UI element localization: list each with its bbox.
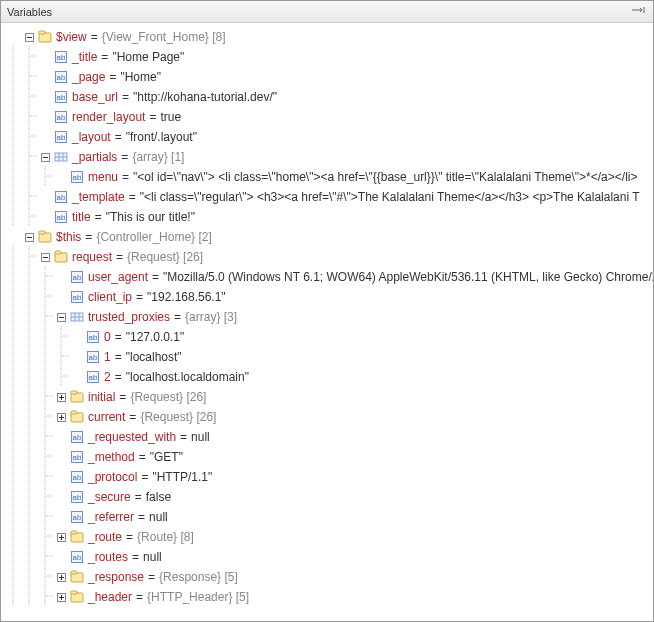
equals: =: [129, 190, 136, 204]
equals: =: [116, 250, 123, 264]
var-value: {Controller_Home} [2]: [96, 230, 211, 244]
var-name: _requested_with: [88, 430, 176, 444]
var-name: 1: [104, 350, 111, 364]
object-icon: [69, 409, 85, 425]
no-twist: [37, 109, 53, 125]
tree-row[interactable]: _response = {Response} [5]: [1, 567, 653, 587]
array-icon: [69, 309, 85, 325]
svg-text:ab: ab: [89, 333, 98, 342]
minimize-icon[interactable]: [631, 4, 647, 20]
tree-row: abmenu = "<ol id=\"nav\"> <li class=\"ho…: [1, 167, 653, 187]
var-name: 0: [104, 330, 111, 344]
panel-title: Variables: [7, 6, 52, 18]
tree-row: ab_layout = "front/.layout": [1, 127, 653, 147]
svg-rect-188: [71, 591, 77, 594]
tree-row[interactable]: $view = {View_Front_Home} [8]: [1, 27, 653, 47]
object-icon: [69, 589, 85, 605]
var-value: {array} [1]: [132, 150, 184, 164]
no-twist: [37, 189, 53, 205]
expand-icon[interactable]: [53, 409, 69, 425]
variables-tree[interactable]: $view = {View_Front_Home} [8]ab_title = …: [1, 23, 653, 621]
tree-row[interactable]: request = {Request} [26]: [1, 247, 653, 267]
string-icon: ab: [53, 69, 69, 85]
string-icon: ab: [69, 469, 85, 485]
string-icon: ab: [53, 129, 69, 145]
var-value: null: [191, 430, 210, 444]
expand-icon[interactable]: [53, 569, 69, 585]
var-value: "http://kohana-tutorial.dev/": [133, 90, 277, 104]
tree-row: abclient_ip = "192.168.56.1": [1, 287, 653, 307]
equals: =: [174, 310, 181, 324]
tree-row[interactable]: $this = {Controller_Home} [2]: [1, 227, 653, 247]
var-name: $view: [56, 30, 87, 44]
string-icon: ab: [85, 349, 101, 365]
tree-row[interactable]: current = {Request} [26]: [1, 407, 653, 427]
var-value: "localhost": [126, 350, 182, 364]
var-value: {Response} [5]: [159, 570, 238, 584]
var-name: current: [88, 410, 125, 424]
svg-text:ab: ab: [89, 373, 98, 382]
object-icon: [53, 249, 69, 265]
collapse-icon[interactable]: [53, 309, 69, 325]
expand-icon[interactable]: [53, 389, 69, 405]
svg-rect-116: [71, 391, 77, 394]
object-icon: [69, 529, 85, 545]
tree-row: ab_method = "GET": [1, 447, 653, 467]
tree-row: ab1 = "localhost": [1, 347, 653, 367]
collapse-icon[interactable]: [37, 249, 53, 265]
equals: =: [121, 150, 128, 164]
equals: =: [138, 510, 145, 524]
tree-row[interactable]: _route = {Route} [8]: [1, 527, 653, 547]
equals: =: [122, 170, 129, 184]
no-twist: [53, 269, 69, 285]
var-value: {array} [3]: [185, 310, 237, 324]
tree-row: abuser_agent = "Mozilla/5.0 (Windows NT …: [1, 267, 653, 287]
var-name: client_ip: [88, 290, 132, 304]
no-twist: [37, 49, 53, 65]
collapse-icon[interactable]: [21, 229, 37, 245]
collapse-icon[interactable]: [21, 29, 37, 45]
no-twist: [69, 349, 85, 365]
no-twist: [53, 509, 69, 525]
string-icon: ab: [69, 449, 85, 465]
var-value: "GET": [150, 450, 183, 464]
tree-row[interactable]: initial = {Request} [26]: [1, 387, 653, 407]
tree-row[interactable]: trusted_proxies = {array} [3]: [1, 307, 653, 327]
string-icon: ab: [85, 329, 101, 345]
equals: =: [85, 230, 92, 244]
equals: =: [115, 330, 122, 344]
svg-text:ab: ab: [73, 293, 82, 302]
expand-icon[interactable]: [53, 589, 69, 605]
var-value: "HTTP/1.1": [152, 470, 212, 484]
tree-row[interactable]: _header = {HTTP_Header} [5]: [1, 587, 653, 607]
equals: =: [180, 430, 187, 444]
expand-icon[interactable]: [53, 529, 69, 545]
svg-text:ab: ab: [73, 493, 82, 502]
equals: =: [119, 390, 126, 404]
var-name: 2: [104, 370, 111, 384]
var-name: trusted_proxies: [88, 310, 170, 324]
var-value: "Mozilla/5.0 (Windows NT 6.1; WOW64) App…: [163, 270, 653, 284]
svg-text:ab: ab: [57, 113, 66, 122]
var-value: null: [149, 510, 168, 524]
svg-text:ab: ab: [57, 213, 66, 222]
string-icon: ab: [85, 369, 101, 385]
equals: =: [126, 530, 133, 544]
var-name: _routes: [88, 550, 128, 564]
var-value: {Request} [26]: [127, 250, 203, 264]
svg-rect-125: [71, 411, 77, 414]
equals: =: [132, 550, 139, 564]
var-name: render_layout: [72, 110, 145, 124]
collapse-icon[interactable]: [37, 149, 53, 165]
var-value: "This is our title!": [106, 210, 195, 224]
equals: =: [152, 270, 159, 284]
no-twist: [69, 369, 85, 385]
svg-text:ab: ab: [73, 433, 82, 442]
tree-row[interactable]: _partials = {array} [1]: [1, 147, 653, 167]
var-name: request: [72, 250, 112, 264]
svg-text:ab: ab: [73, 273, 82, 282]
var-name: _template: [72, 190, 125, 204]
tree-row: ab0 = "127.0.0.1": [1, 327, 653, 347]
var-name: _layout: [72, 130, 111, 144]
string-icon: ab: [69, 289, 85, 305]
